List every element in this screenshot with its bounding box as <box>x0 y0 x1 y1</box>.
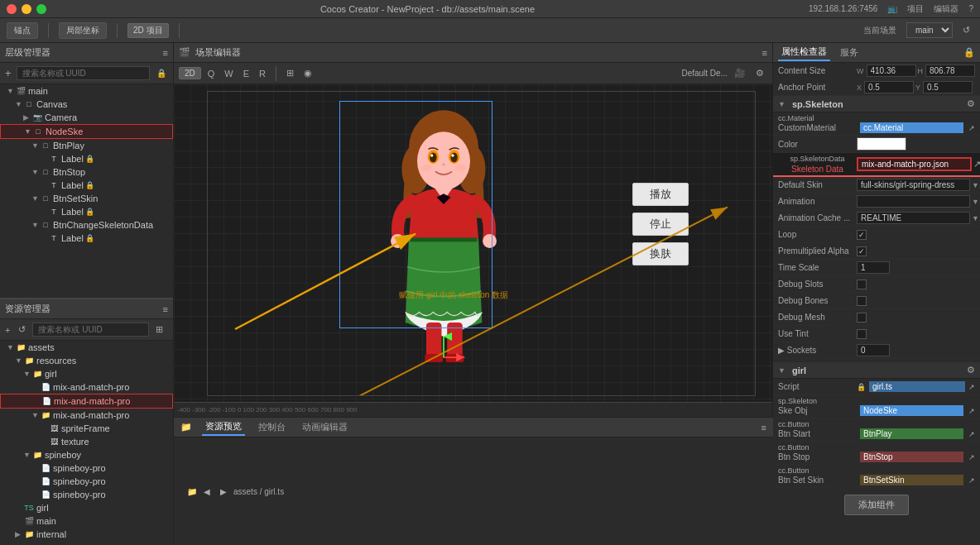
tool-q[interactable]: Q <box>204 67 219 80</box>
anchor-x[interactable] <box>864 81 914 93</box>
tree-node-canvas[interactable]: ▼ □ Canvas <box>0 98 173 111</box>
assets-sync[interactable]: ↺ <box>170 323 173 337</box>
mode-button[interactable]: 2D 项目 <box>127 23 169 38</box>
hierarchy-add[interactable]: + <box>3 67 13 79</box>
external-link-icon[interactable]: ↗ <box>968 124 975 132</box>
assets-node-assets[interactable]: ▼ 📁 assets <box>0 341 173 354</box>
scene-viewport[interactable]: 播放 停止 换肤 <box>174 84 772 417</box>
content-size-h[interactable] <box>925 65 975 77</box>
assets-refresh[interactable]: ↺ <box>15 323 29 337</box>
tool-w[interactable]: W <box>221 67 236 80</box>
animation-input[interactable] <box>857 195 970 208</box>
debug-bones-checkbox[interactable] <box>857 296 867 306</box>
assets-add[interactable]: + <box>3 325 12 335</box>
help-label[interactable]: ? <box>968 4 973 13</box>
inspector-tab-service[interactable]: 服务 <box>837 45 862 60</box>
minimize-button[interactable] <box>22 4 31 14</box>
assets-node-mix3[interactable]: ▼ 📁 mix-and-match-pro <box>0 409 173 422</box>
tree-node-label1[interactable]: T Label 🔒 <box>0 152 173 165</box>
anim-cache-input[interactable] <box>857 212 970 224</box>
assets-node-resources[interactable]: ▼ 📁 resources <box>0 354 173 367</box>
tool-r[interactable]: R <box>256 67 269 80</box>
scene-menu[interactable]: ≡ <box>762 48 767 58</box>
btn-stop-link[interactable]: ↗ <box>968 453 975 461</box>
maximize-button[interactable] <box>36 4 46 14</box>
scene-settings[interactable]: ⚙ <box>752 66 767 80</box>
coord-button[interactable]: 局部坐标 <box>59 22 107 39</box>
assets-node-mix1[interactable]: 📄 mix-and-match-pro <box>0 380 173 394</box>
btn-set-skin-link[interactable]: ↗ <box>968 476 975 485</box>
anchor-button[interactable]: 锚点 <box>7 22 38 39</box>
loop-checkbox[interactable] <box>857 230 867 240</box>
tool-e[interactable]: E <box>240 67 252 80</box>
assets-node-spineboy[interactable]: ▼ 📁 spineboy <box>0 448 173 461</box>
content-size-w[interactable] <box>867 65 916 77</box>
tab-animation[interactable]: 动画编辑器 <box>299 419 351 435</box>
sp-skeleton-section[interactable]: ▼ sp.Skeleton ⚙ <box>773 96 980 112</box>
btn-start-value[interactable]: BtnPlay <box>860 428 963 439</box>
scene-select[interactable]: main <box>906 22 953 38</box>
change-skin-button[interactable]: 换肤 <box>632 242 689 265</box>
script-input[interactable]: girl.ts <box>869 381 965 392</box>
assets-node-spriteframe[interactable]: 🖼 spriteFrame <box>0 422 173 435</box>
script-link[interactable]: ↗ <box>968 383 975 391</box>
assets-node-spineboy1[interactable]: 📄 spineboy-pro <box>0 461 173 475</box>
tree-node-label2[interactable]: T Label 🔒 <box>0 179 173 192</box>
project-label[interactable]: 项目 <box>907 3 924 15</box>
tree-node-btnplay[interactable]: ▼ □ BtnPlay <box>0 139 173 152</box>
tree-node-camera[interactable]: ▶ 📷 Camera <box>0 111 173 124</box>
girl-section[interactable]: ▼ girl ⚙ <box>773 362 980 379</box>
premultiplied-checkbox[interactable] <box>857 246 867 256</box>
skeleton-data-input[interactable] <box>857 157 972 171</box>
hierarchy-search[interactable] <box>17 66 150 80</box>
sockets-input[interactable] <box>857 344 890 356</box>
assets-node-mix2[interactable]: 📄 mix-and-match-pro <box>0 394 173 409</box>
assets-menu[interactable]: ≡ <box>163 304 168 314</box>
btn-set-skin-value[interactable]: BtnSetSkin <box>860 475 963 485</box>
assets-node-spineboy2[interactable]: 📄 spineboy-pro <box>0 475 173 488</box>
tab-asset-preview[interactable]: 资源预览 <box>202 418 245 436</box>
dropdown-icon3[interactable]: ▼ <box>972 214 979 222</box>
custom-material-value[interactable]: cc.Material <box>860 122 963 133</box>
snap-toggle[interactable]: ◉ <box>300 66 315 80</box>
assets-node-main2[interactable]: 🎬 main <box>0 514 173 528</box>
assets-node-internal[interactable]: ▶ 📁 internal <box>0 528 173 541</box>
editor-label[interactable]: 编辑器 <box>934 3 958 15</box>
refresh-button[interactable]: ↺ <box>959 23 973 37</box>
inspector-tab-properties[interactable]: 属性检查器 <box>778 44 830 61</box>
skeleton-data-link[interactable]: ↗ <box>973 159 980 170</box>
nav-back[interactable]: ◀ <box>200 485 214 498</box>
color-swatch[interactable] <box>857 137 906 151</box>
btn-start-link[interactable]: ↗ <box>968 430 975 438</box>
stop-button[interactable]: 停止 <box>632 213 689 236</box>
play-button[interactable]: 播放 <box>632 183 689 206</box>
inspector-lock[interactable]: 🔒 <box>963 47 975 58</box>
girl-settings[interactable]: ⚙ <box>967 365 975 375</box>
nav-forward[interactable]: ▶ <box>217 485 230 498</box>
assets-node-texture[interactable]: 🖼 texture <box>0 435 173 448</box>
tree-node-btnstop[interactable]: ▼ □ BtnStop <box>0 165 173 179</box>
grid-toggle[interactable]: ⊞ <box>283 66 297 80</box>
default-skin-input[interactable] <box>857 179 970 191</box>
camera-settings[interactable]: 🎥 <box>731 66 749 80</box>
bottom-menu[interactable]: ≡ <box>761 423 766 433</box>
assets-node-girl2[interactable]: TS girl <box>0 501 173 514</box>
tree-node-main[interactable]: ▼ 🎬 main <box>0 84 173 98</box>
tree-node-btnchangeske[interactable]: ▼ □ BtnChangeSkeletonData <box>0 218 173 232</box>
assets-node-spineboy3[interactable]: 📄 spineboy-pro <box>0 488 173 501</box>
ske-obj-link[interactable]: ↗ <box>968 407 975 415</box>
anchor-y[interactable] <box>923 81 973 93</box>
tree-node-btnsetskin[interactable]: ▼ □ BtnSetSkin <box>0 192 173 205</box>
dropdown-icon[interactable]: ▼ <box>972 181 979 189</box>
assets-search[interactable] <box>32 323 149 337</box>
tree-node-label3[interactable]: T Label 🔒 <box>0 205 173 218</box>
hierarchy-lock[interactable]: 🔒 <box>153 67 170 79</box>
ske-obj-value[interactable]: NodeSke <box>860 405 963 416</box>
dropdown-icon2[interactable]: ▼ <box>972 198 979 206</box>
debug-slots-checkbox[interactable] <box>857 280 867 289</box>
sp-skeleton-settings[interactable]: ⚙ <box>967 98 975 109</box>
assets-layout[interactable]: ⊞ <box>152 323 166 337</box>
time-scale-input[interactable] <box>857 261 890 274</box>
assets-node-girl[interactable]: ▼ 📁 girl <box>0 367 173 380</box>
close-button[interactable] <box>7 4 17 14</box>
